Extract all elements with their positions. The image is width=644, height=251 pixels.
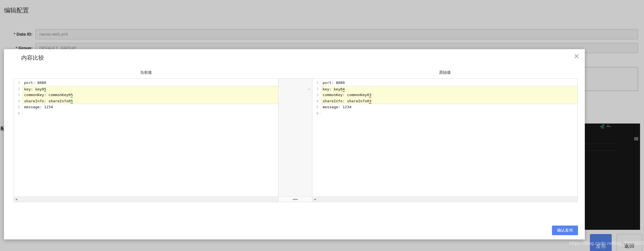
original-value-editor[interactable]: 1 port: 8080 2 key: key04 3 commonKey: c… (312, 78, 578, 202)
horizontal-scrollbar[interactable]: ◀ (14, 196, 278, 202)
scroll-align-bar[interactable]: ⇒⇐ (278, 196, 312, 202)
original-value-header: 原始值 (312, 70, 578, 77)
content-compare-dialog: 内容比较 ✕ 当前值 原始值 1 port: 8080 2 key: key05… (4, 49, 585, 239)
merge-gutter: ← ⇒⇐ (278, 78, 312, 202)
line-number: 6 (312, 110, 321, 116)
line-number: 1 (14, 80, 23, 86)
inserted-text: 5 (71, 93, 73, 98)
code-line-changed: 3 commonKey: commonKey05 (14, 92, 278, 98)
current-value-editor[interactable]: 1 port: 8080 2 key: key05 3 commonKey: c… (14, 78, 278, 202)
confirm-publish-button[interactable]: 确认发布 (552, 226, 578, 235)
code-line-changed: 2 key: key05 (14, 86, 278, 92)
close-icon[interactable]: ✕ (572, 51, 581, 61)
code-line: 1 port: 8080 (312, 80, 577, 86)
line-number: 6 (14, 110, 23, 116)
line-number: 2 (312, 86, 321, 92)
deleted-text: 3 (369, 93, 371, 98)
code-line: 1 port: 8080 (14, 80, 278, 86)
line-number: 2 (14, 86, 23, 92)
scroll-align-icon: ⇒⇐ (292, 197, 298, 201)
code-line: 6 (14, 110, 278, 116)
inserted-text: 5 (71, 99, 73, 104)
merge-copy-arrow-icon[interactable]: ← (307, 86, 311, 91)
deleted-text: 4 (342, 87, 345, 92)
inserted-text: 5 (44, 87, 46, 92)
line-number: 3 (312, 92, 321, 98)
code-line: 6 (312, 110, 577, 116)
dialog-title: 内容比较 (21, 54, 44, 62)
line-number: 1 (312, 80, 321, 86)
line-number: 4 (312, 98, 321, 104)
code-line-changed: 4 shareInfo: shareInfo05 (14, 98, 278, 104)
code-line-changed: 4 shareInfo: shareInfo03 (312, 98, 577, 104)
code-line-changed: 3 commonKey: commonKey03 (312, 92, 577, 98)
line-number: 5 (312, 104, 321, 110)
line-number: 3 (14, 92, 23, 98)
code-line-changed: 2 key: key04 (312, 86, 577, 92)
code-line: 5 message: 1234 (312, 104, 577, 110)
current-value-header: 当前值 (14, 70, 278, 77)
code-line: 5 message: 1234 (14, 104, 278, 110)
line-number: 5 (14, 104, 23, 110)
scroll-left-arrow-icon[interactable]: ◀ (15, 198, 17, 201)
deleted-text: 3 (369, 99, 371, 104)
line-number: 4 (14, 98, 23, 104)
watermark: https://blog.csdn.net/qq_31920553 (569, 241, 644, 246)
screen: 编辑配置 *Data ID: nacos-web.yml *Group: DEF… (0, 0, 644, 251)
horizontal-scrollbar[interactable]: ◀ (312, 196, 577, 202)
scroll-left-arrow-icon[interactable]: ◀ (314, 198, 316, 201)
